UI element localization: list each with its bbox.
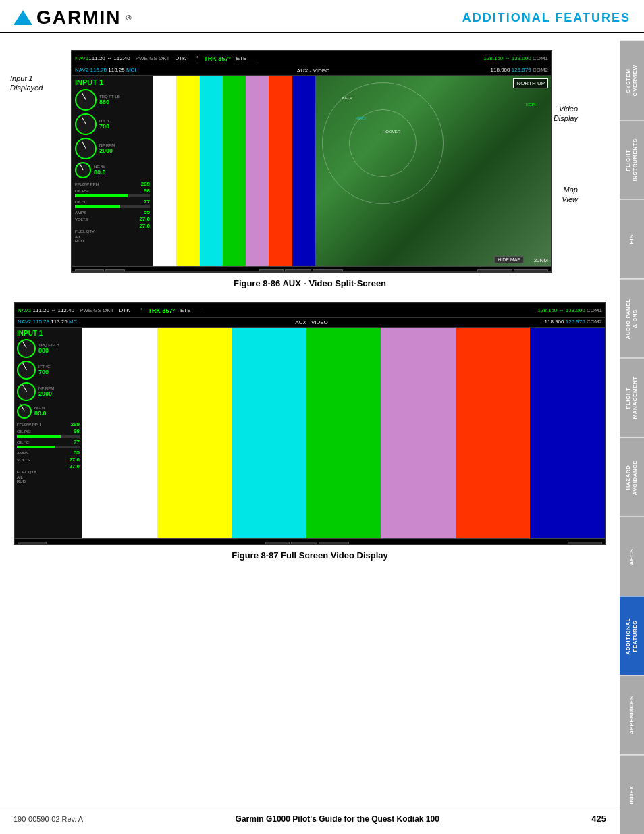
map-actv-btn[interactable]: MAP ACTV [477, 269, 512, 273]
itt-gauge-circle-2 [17, 361, 36, 380]
setup-btn-2[interactable]: SETUP [291, 542, 317, 545]
map-label-kgph: KGPH [526, 103, 537, 107]
input-btn[interactable]: INPUT [259, 269, 284, 273]
np-gauge: NP RPM 2000 [75, 138, 150, 159]
map-label-hoover: HOOVER [383, 130, 400, 134]
color-bars [153, 76, 315, 266]
figure-1-caption: Figure 8-86 AUX - Video Split-Screen [14, 278, 606, 288]
callout-map-view: Map View [562, 185, 578, 205]
sidebar-tab-system-overview[interactable]: SYSTEMOVERVIEW [620, 41, 644, 120]
bar-white-2 [82, 328, 157, 538]
nav1-display-2: NAV1 111.20 ↔ 112.40 [18, 307, 74, 313]
bar-white [153, 76, 176, 266]
bar-green [223, 76, 246, 266]
trq-gauge-circle-2 [17, 339, 36, 358]
right-sidebar: SYSTEMOVERVIEW FLIGHTINSTRUMENTS EIS AUD… [620, 41, 644, 834]
com1-display-2: 128.150 ↔ 133.000 COM1 [537, 307, 602, 313]
fflow-row-2: FFLOW PPH 269 [17, 421, 80, 427]
footer-center: Garmin G1000 Pilot's Guide for the Quest… [236, 814, 439, 824]
oiltemp-row-2: OIL °C 77 [17, 439, 80, 445]
map-distance: 20NM [534, 257, 548, 263]
dtk-display-2: DTK ___° [119, 307, 143, 313]
itt-gauge-circle [75, 113, 97, 135]
trq-gauge-2: TRQ FT-LB 880 [17, 339, 80, 358]
ng-gauge-info: NG % 80.0 [94, 165, 106, 176]
oilpsi-row-2: OIL PSI 98 [17, 428, 80, 434]
bar-blue [292, 76, 315, 266]
volts-row: VOLTS 27.0 [75, 216, 150, 222]
engine-btn-2[interactable]: ENGINE [18, 542, 47, 545]
ng-gauge: NG % 80.0 [75, 162, 150, 178]
aux-video-label-2: AUX - VIDEO [82, 318, 542, 327]
sidebar-tab-eis[interactable]: EIS [620, 199, 644, 279]
garmin-triangle-icon [14, 10, 32, 25]
np-gauge-circle [75, 138, 97, 159]
fuelqty-row-2: FUEL QTY [17, 470, 80, 474]
av-bottombar-2: ENGINE INPUT SETUP VID 2M + HIDE MAP [15, 538, 605, 545]
map-view-1: KELV KMCI HOOVER KGPH NORTH UP 20NM HIDE… [315, 76, 551, 266]
av-body-full-2: INPUT 1 TRQ FT-LB 880 ITT °C 700 [15, 328, 605, 538]
map-btn[interactable]: MAP [105, 269, 125, 273]
volts2-row-2: 27.0 [17, 463, 80, 469]
map-label-kmci: KMCI [356, 116, 366, 120]
vid2m-btn-2[interactable]: VID 2M + [319, 542, 350, 545]
page-header: GARMIN ® ADDITIONAL FEATURES [0, 0, 644, 33]
engine-btn[interactable]: ENGINE [75, 269, 104, 273]
vid2m-btn[interactable]: VID 2M + [313, 269, 344, 273]
pwe-display-2: PWE GS ØKT [80, 307, 114, 313]
ng-gauge-circle-2 [17, 404, 32, 419]
amps-row-2: AMPS 55 [17, 450, 80, 456]
bar-blue-2 [530, 328, 605, 538]
np-gauge-info: NP RPM 2000 [99, 143, 115, 155]
trk-display-2: TRK 357° [148, 307, 175, 314]
oiltemp-row: OIL °C 77 [75, 199, 150, 205]
av-topbar-2: NAV1 111.20 ↔ 112.40 PWE GS ØKT DTK ___°… [15, 303, 605, 318]
sidebar-tab-hazard-avoidance[interactable]: HAZARDAVOIDANCE [620, 438, 644, 517]
fuelqty-row: FUEL QTY [75, 230, 150, 234]
av-bottombar-1: ENGINE MAP INPUT SETUP VID 2M + MAP ACTV… [72, 266, 551, 273]
sidebar-tab-index[interactable]: INDEX [620, 755, 644, 835]
av-topbar-row2-2: NAV2 115.78 113.25 MCI AUX - VIDEO 118.9… [15, 318, 605, 328]
figure-2-container: NAV1 111.20 ↔ 112.40 PWE GS ØKT DTK ___°… [14, 302, 606, 561]
sidebar-tab-flight-instruments[interactable]: FLIGHTINSTRUMENTS [620, 120, 644, 200]
pwe-display: PWE GS ØKT [136, 55, 170, 61]
sidebar-tab-appendices[interactable]: APPENDICES [620, 675, 644, 755]
trq-info-2: TRQ FT-LB 880 [38, 343, 59, 355]
bar-red-2 [456, 328, 531, 538]
input-label-1: INPUT 1 [75, 78, 150, 86]
dtk-display: DTK ___° [175, 55, 198, 61]
avionics-screen-1: NAV1111.20 ↔ 112.40 PWE GS ØKT DTK ___° … [71, 50, 552, 273]
hide-map-bottom-btn[interactable]: HIDE MAP [514, 269, 548, 273]
registered-mark: ® [126, 14, 132, 22]
itt-gauge: ITT °C 700 [75, 113, 150, 135]
nav2-display: NAV2 115.78 113.25 MCI [72, 66, 139, 75]
callout-video-display: Video Display [554, 104, 578, 124]
itt-gauge-2: ITT °C 700 [17, 361, 80, 380]
map-label-kelv: KELV [342, 96, 352, 100]
av-body-split-1: INPUT 1 TRQ FT-LB 880 ITT °C 700 [72, 76, 551, 266]
ng-gauge-2: NG % 80.0 [17, 404, 80, 419]
trq-gauge-info: TRQ FT-LB 880 [99, 95, 120, 106]
oiltemp-bar-2 [17, 446, 80, 448]
bar-cyan [200, 76, 223, 266]
avionics-screen-2: NAV1 111.20 ↔ 112.40 PWE GS ØKT DTK ___°… [14, 302, 606, 545]
rud-row: RUD [75, 239, 150, 243]
hide-map-btn[interactable]: HIDE MAP [494, 256, 524, 263]
bar-purple-2 [381, 328, 456, 538]
ete-display-2: ETE ___ [180, 307, 201, 313]
sidebar-tab-afcs[interactable]: AFCS [620, 517, 644, 596]
oilpsi-bar [75, 194, 150, 197]
bar-green-2 [306, 328, 381, 538]
sidebar-tab-flight-management[interactable]: FLIGHTMANAGEMENT [620, 358, 644, 438]
garmin-logo: GARMIN ® [14, 7, 132, 28]
hide-map-btn-2[interactable]: HIDE MAP [568, 542, 602, 545]
input-btn-2[interactable]: INPUT [265, 542, 290, 545]
callout-input-displayed: Input 1 Displayed [10, 74, 43, 93]
page-title: ADDITIONAL FEATURES [462, 11, 630, 25]
trq-gauge: TRQ FT-LB 880 [75, 89, 150, 111]
setup-btn[interactable]: SETUP [285, 269, 311, 273]
ng-gauge-circle [75, 162, 91, 178]
sidebar-tab-additional-features[interactable]: ADDITIONALFEATURES [620, 596, 644, 676]
sidebar-tab-audio-panel[interactable]: AUDIO PANEL& CNS [620, 279, 644, 359]
itt-gauge-info: ITT °C 700 [99, 119, 111, 130]
